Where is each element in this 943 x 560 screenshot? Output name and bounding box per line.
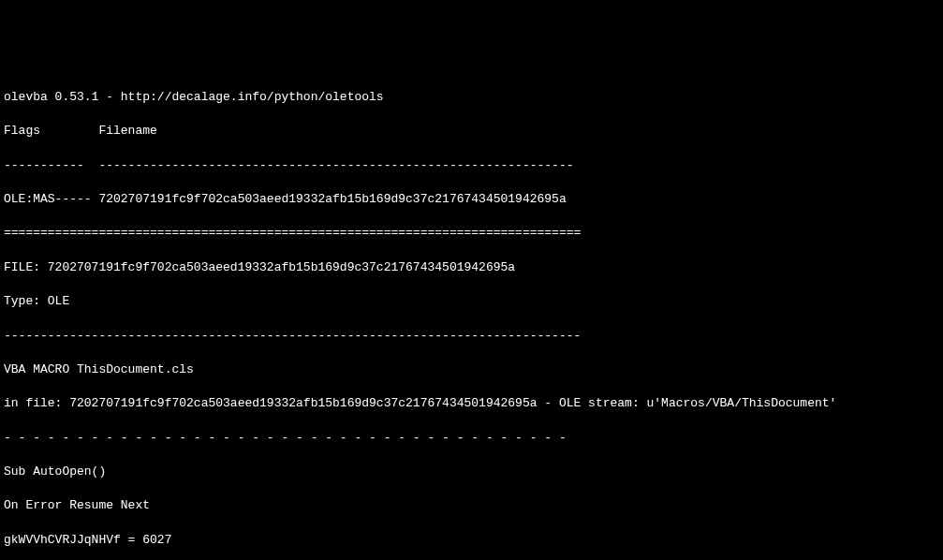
columns-line: Flags Filename	[4, 123, 939, 140]
vba-macro-line: VBA MACRO ThisDocument.cls	[4, 361, 939, 378]
on-error-line: On Error Resume Next	[4, 497, 939, 514]
terminal-output: olevba 0.53.1 - http://decalage.info/pyt…	[4, 72, 939, 560]
flags-result-line: OLE:MAS----- 7202707191fc9f702ca503aeed1…	[4, 191, 939, 208]
in-file-line: in file: 7202707191fc9f702ca503aeed19332…	[4, 395, 939, 412]
sub-autoopen-line: Sub AutoOpen()	[4, 464, 939, 480]
type-line: Type: OLE	[4, 293, 939, 310]
dash-separator: ----------- ----------------------------…	[4, 157, 939, 174]
file-line: FILE: 7202707191fc9f702ca503aeed19332afb…	[4, 259, 939, 276]
equals-separator: ========================================…	[4, 225, 939, 242]
spaced-dash-separator: - - - - - - - - - - - - - - - - - - - - …	[4, 430, 939, 447]
header-line: olevba 0.53.1 - http://decalage.info/pyt…	[4, 89, 939, 106]
dash-long-separator: ----------------------------------------…	[4, 328, 939, 345]
variable-assignment: gkWVVhCVRJJqNHVf = 6027	[4, 532, 939, 549]
